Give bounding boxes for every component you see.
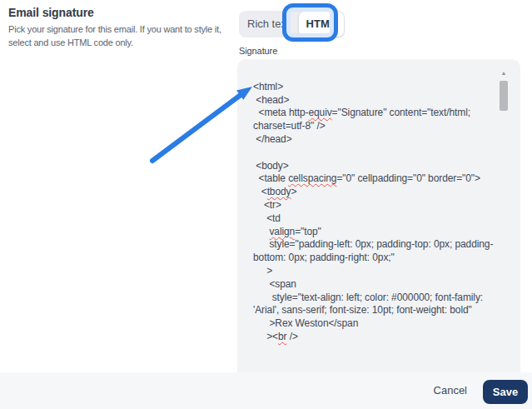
toggle-html[interactable]: HTML: [299, 12, 344, 37]
signature-code-editor[interactable]: <html> <head> <meta http-equiv="Signatur…: [237, 59, 520, 372]
email-signature-settings-panel: Email signature Pick your signature for …: [0, 0, 532, 409]
signature-field-label: Signature: [239, 46, 277, 56]
scrollbar-thumb[interactable]: [500, 81, 508, 111]
cancel-button[interactable]: Cancel: [434, 372, 467, 409]
footer-bar: Cancel Save: [0, 372, 532, 409]
scrollbar-up-arrow-icon[interactable]: ▲: [500, 68, 508, 78]
save-button[interactable]: Save: [483, 380, 528, 404]
page-title: Email signature: [8, 6, 94, 19]
toggle-rich-text[interactable]: Rich text: [239, 11, 298, 37]
page-description: Pick your signature for this email. If y…: [8, 22, 240, 49]
signature-mode-toggle: Rich text HTML: [239, 11, 345, 37]
signature-code[interactable]: <html> <head> <meta http-equiv="Signatur…: [253, 67, 495, 344]
